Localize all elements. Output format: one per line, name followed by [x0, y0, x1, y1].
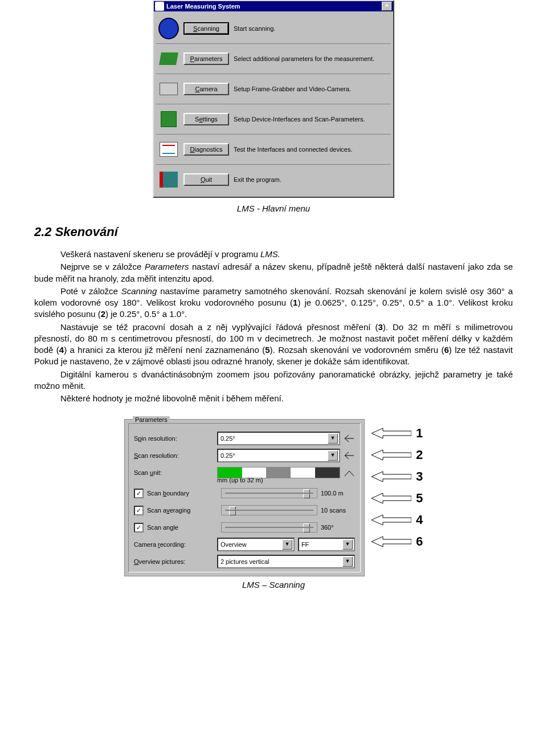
dialog-titlebar[interactable]: Laser Measuring System × [154, 1, 393, 11]
chevron-down-icon[interactable]: ▼ [342, 556, 353, 567]
arrow-left-icon [372, 427, 411, 440]
settings-desc: Setup Device-Interfaces and Scan-Paramet… [234, 116, 389, 123]
quit-icon [158, 169, 179, 190]
clock-icon [158, 18, 179, 39]
arrow-left-icon [372, 470, 411, 483]
svg-marker-2 [372, 472, 411, 482]
row-parameters: Parameters Select additional parameters … [156, 44, 391, 74]
row-diagnostics: Diagnostics Test the Interfaces and conn… [156, 135, 391, 165]
callout-4: 4 [416, 513, 423, 527]
scanning-desc: Start scanning. [234, 25, 389, 32]
arrow-left-icon [372, 449, 411, 461]
scan-averaging-slider[interactable] [221, 505, 317, 515]
row-spin-resolution: Spin resolution: 0.25° ▼ [130, 430, 358, 447]
close-icon[interactable]: × [382, 2, 392, 11]
callout-3: 3 [416, 469, 423, 484]
paragraph-1: Veškerá nastavení skeneru se provádějí v… [34, 249, 513, 260]
range-icon [344, 451, 355, 460]
quit-desc: Exit the program. [234, 176, 389, 183]
range-icon [344, 434, 355, 443]
callout-1: 1 [416, 426, 423, 441]
camera-recording-combo[interactable]: Overview ▼ [217, 538, 295, 551]
row-scan-averaging: ✓ Scan averaging 10 scans [130, 502, 358, 519]
scan-boundary-checkbox[interactable]: ✓ [134, 489, 144, 498]
dialog-title: Laser Measuring System [166, 3, 240, 10]
callout-2: 2 [416, 448, 423, 462]
svg-marker-5 [372, 536, 411, 547]
callout-6: 6 [416, 534, 423, 549]
paragraph-2: Nejprve se v záložce Parameters nastaví … [34, 261, 513, 284]
scan-resolution-value: 0.25° [221, 452, 235, 459]
spin-resolution-value: 0.25° [221, 435, 235, 442]
unit-arrow-icon [344, 468, 355, 477]
row-camera-recording: Camera recording: Overview ▼ FF ▼ [130, 536, 358, 553]
caption-scanning: LMS – Scanning [34, 580, 513, 590]
svg-marker-3 [372, 493, 411, 503]
row-scan-boundary: ✓ Scan boundary 100.0 m [130, 485, 358, 502]
camera-recording-value: Overview [221, 541, 247, 548]
settings-button[interactable]: Settings [183, 113, 229, 125]
scan-angle-checkbox[interactable]: ✓ [134, 523, 144, 533]
settings-icon [158, 109, 179, 129]
paragraph-6: Některé hodnoty je možné libovolně měnit… [34, 393, 513, 404]
callout-5: 5 [416, 491, 423, 506]
chevron-down-icon[interactable]: ▼ [328, 433, 338, 444]
paragraph-3: Poté v záložce Scanning nastavíme parame… [34, 286, 513, 320]
chevron-down-icon[interactable]: ▼ [282, 539, 292, 550]
scan-boundary-value: 100.0 m [321, 490, 355, 497]
svg-marker-0 [372, 428, 411, 438]
arrow-left-icon [372, 535, 411, 548]
row-settings: Settings Setup Device-Interfaces and Sca… [156, 104, 391, 135]
overview-pictures-combo[interactable]: 2 pictures vertical ▼ [217, 555, 355, 568]
board-icon [158, 48, 179, 69]
row-overview-pictures: Overview pictures: 2 pictures vertical ▼ [130, 553, 358, 570]
chevron-down-icon[interactable]: ▼ [328, 450, 338, 461]
scan-unit-value: mm (up to 32 m) [217, 477, 263, 483]
chevron-down-icon[interactable]: ▼ [342, 539, 353, 550]
arrow-left-icon [372, 514, 411, 526]
section-heading: 2.2 Skenování [34, 225, 513, 239]
camera-button[interactable]: Camera [183, 83, 229, 95]
scan-averaging-value: 10 scans [321, 507, 355, 514]
row-scan-resolution: Scan resolution: 0.25° ▼ [130, 447, 358, 464]
arrow-left-icon [372, 492, 411, 505]
parameters-button[interactable]: Parameters [183, 52, 229, 65]
scanning-button[interactable]: Scanning [183, 22, 229, 35]
diagnostics-button[interactable]: Diagnostics [183, 143, 229, 156]
callout-arrows: 1 2 3 5 4 6 [372, 419, 423, 550]
paragraph-5: Digitální kamerou s dvanáctinásobným zoo… [34, 369, 513, 392]
scan-averaging-checkbox[interactable]: ✓ [134, 506, 144, 515]
groupbox-label: Parameters [133, 416, 170, 423]
camera-desc: Setup Frame-Grabber and Video-Camera. [234, 86, 389, 92]
row-camera: Camera Setup Frame-Grabber and Video-Cam… [156, 74, 391, 104]
overview-pictures-value: 2 pictures vertical [221, 558, 270, 565]
diagnostics-icon [158, 139, 179, 160]
camera-icon [158, 79, 179, 99]
caption-main: LMS - Hlavní menu [34, 204, 513, 213]
scan-angle-value: 360° [321, 524, 355, 531]
row-scanning: Scanning Start scanning. [156, 14, 391, 44]
row-quit: Quit Exit the program. [156, 165, 391, 194]
parameters-panel: Parameters Spin resolution: 0.25° ▼ Scan… [124, 419, 365, 576]
svg-marker-4 [372, 515, 411, 525]
paragraph-4: Nastavuje se též pracovní dosah a z něj … [34, 322, 513, 368]
scan-resolution-combo[interactable]: 0.25° ▼ [217, 449, 340, 462]
ff-value: FF [301, 541, 309, 548]
parameters-desc: Select additional parameters for the mea… [234, 55, 389, 62]
spin-resolution-combo[interactable]: 0.25° ▼ [217, 432, 340, 445]
row-scan-angle: ✓ Scan angle 360° [130, 519, 358, 536]
ff-combo[interactable]: FF ▼ [298, 538, 355, 551]
diagnostics-desc: Test the Interfaces and connected device… [234, 146, 389, 153]
app-icon [155, 2, 164, 11]
svg-marker-1 [372, 450, 411, 460]
scan-boundary-slider[interactable] [221, 488, 317, 498]
lms-main-dialog: Laser Measuring System × Scanning Start … [153, 0, 394, 198]
quit-button[interactable]: Quit [183, 173, 229, 186]
scan-angle-slider[interactable] [221, 522, 317, 533]
